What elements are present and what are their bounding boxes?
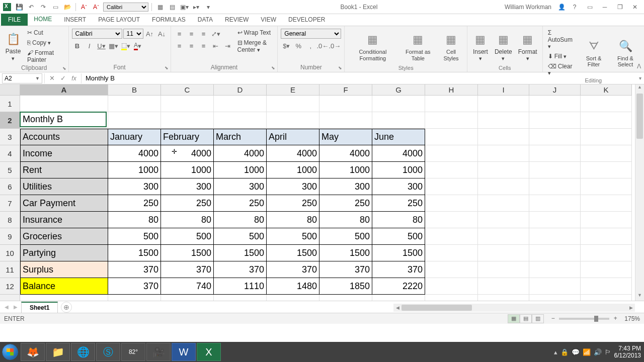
cell-F7[interactable]: 250 xyxy=(319,195,372,212)
merge-center-button[interactable]: ⊟ Merge & Center ▾ xyxy=(235,38,275,54)
cell-I12[interactable] xyxy=(478,278,529,295)
cell-J11[interactable] xyxy=(529,261,581,278)
tab-page-layout[interactable]: PAGE LAYOUT xyxy=(92,14,146,26)
cell-D6[interactable]: 300 xyxy=(214,178,267,195)
cell-D10[interactable]: 1500 xyxy=(214,245,267,261)
cell-F2[interactable] xyxy=(319,112,372,129)
cell-B2[interactable] xyxy=(108,112,161,129)
cell-C9[interactable]: 500 xyxy=(161,228,214,245)
cell-A10[interactable]: Partying xyxy=(20,245,108,261)
column-header-I[interactable]: I xyxy=(478,84,529,96)
cell-A1[interactable] xyxy=(20,96,108,112)
border-button[interactable]: ▦▾ xyxy=(108,40,119,51)
cell-B5[interactable]: 1000 xyxy=(108,162,161,178)
cut-button[interactable]: ✂ Cut xyxy=(25,28,65,37)
cell-C6[interactable]: 300 xyxy=(161,178,214,195)
confirm-edit-icon[interactable]: ✓ xyxy=(58,73,68,83)
tab-insert[interactable]: INSERT xyxy=(58,14,92,26)
tab-view[interactable]: VIEW xyxy=(255,14,282,26)
taskbar-chrome[interactable]: 🌐 xyxy=(71,343,95,361)
cell-G6[interactable]: 300 xyxy=(372,178,425,195)
normal-view-button[interactable]: ▦ xyxy=(508,314,520,323)
user-avatar-icon[interactable]: 👤 xyxy=(556,2,567,12)
number-dialog-launcher-icon[interactable]: ⬊ xyxy=(337,65,343,71)
cell-H13[interactable] xyxy=(425,295,478,301)
grow-font-icon[interactable]: A˄ xyxy=(91,2,101,12)
cell-J4[interactable] xyxy=(529,145,581,162)
zoom-slider[interactable] xyxy=(559,318,609,320)
increase-decimal-button[interactable]: .0← xyxy=(317,40,328,51)
cell-E5[interactable]: 1000 xyxy=(267,162,319,178)
freeze-panes-icon[interactable]: ▦ xyxy=(155,2,165,12)
select-all-cell[interactable] xyxy=(0,84,20,96)
cell-E8[interactable]: 80 xyxy=(267,212,319,228)
cell-E11[interactable]: 370 xyxy=(267,261,319,278)
cell-F8[interactable]: 80 xyxy=(319,212,372,228)
cell-B9[interactable]: 500 xyxy=(108,228,161,245)
zoom-out-button[interactable]: − xyxy=(549,315,557,323)
new-sheet-button[interactable]: ⊕ xyxy=(61,302,72,313)
font-name-select[interactable]: Calibri xyxy=(72,29,122,39)
shrink-font-icon[interactable]: A˅ xyxy=(79,2,89,12)
cell-J8[interactable] xyxy=(529,212,581,228)
cell-A9[interactable]: Groceries xyxy=(20,228,108,245)
cell-J3[interactable] xyxy=(529,129,581,145)
taskbar-firefox[interactable]: 🦊 xyxy=(21,343,45,361)
cell-C5[interactable]: 1000 xyxy=(161,162,214,178)
restore-icon[interactable]: ❐ xyxy=(613,2,627,12)
shrink-font-button[interactable]: A↓ xyxy=(156,28,168,39)
page-layout-view-button[interactable]: ▤ xyxy=(520,314,532,323)
cell-K6[interactable] xyxy=(581,178,632,195)
cell-C10[interactable]: 1500 xyxy=(161,245,214,261)
comma-button[interactable]: , xyxy=(305,40,316,51)
cell-A7[interactable]: Car Payment xyxy=(20,195,108,212)
cell-C8[interactable]: 80 xyxy=(161,212,214,228)
cell-H8[interactable] xyxy=(425,212,478,228)
page-break-view-button[interactable]: ▥ xyxy=(532,314,544,323)
row-header-8[interactable]: 8 xyxy=(0,212,20,228)
fill-color-button[interactable]: ⬚▾ xyxy=(120,40,131,51)
align-bottom-button[interactable]: ≡ xyxy=(198,28,209,39)
cell-F11[interactable]: 370 xyxy=(319,261,372,278)
italic-button[interactable]: I xyxy=(84,40,95,51)
column-header-E[interactable]: E xyxy=(267,84,319,96)
excel-app-icon[interactable] xyxy=(2,2,12,12)
cell-J6[interactable] xyxy=(529,178,581,195)
cell-D2[interactable] xyxy=(214,112,267,129)
clear-button[interactable]: ⌫ Clear ▾ xyxy=(546,62,578,77)
close-icon[interactable]: ✕ xyxy=(628,2,642,12)
cell-E12[interactable]: 1480 xyxy=(267,278,319,295)
cell-I2[interactable] xyxy=(478,112,529,129)
cell-H7[interactable] xyxy=(425,195,478,212)
collapse-ribbon-icon[interactable]: ᐱ xyxy=(637,63,641,70)
cell-I9[interactable] xyxy=(478,228,529,245)
cell-H12[interactable] xyxy=(425,278,478,295)
redo-icon[interactable]: ↷ xyxy=(38,2,48,12)
cell-J5[interactable] xyxy=(529,162,581,178)
cell-K9[interactable] xyxy=(581,228,632,245)
cell-H5[interactable] xyxy=(425,162,478,178)
cell-I7[interactable] xyxy=(478,195,529,212)
cell-A3[interactable]: Accounts xyxy=(20,129,108,145)
open-icon[interactable]: 📂 xyxy=(62,2,72,12)
cell-D9[interactable]: 500 xyxy=(214,228,267,245)
decrease-decimal-button[interactable]: .0→ xyxy=(329,40,340,51)
taskbar-excel[interactable]: X xyxy=(197,343,221,361)
customize-qat-icon[interactable]: ▾ xyxy=(203,2,213,12)
align-top-button[interactable]: ≡ xyxy=(174,28,185,39)
tab-review[interactable]: REVIEW xyxy=(219,14,255,26)
delete-cells-button[interactable]: ▦Delete▾ xyxy=(493,28,514,65)
row-header-7[interactable]: 7 xyxy=(0,195,20,212)
cell-I1[interactable] xyxy=(478,96,529,112)
cell-E10[interactable]: 1500 xyxy=(267,245,319,261)
macros-icon[interactable]: ▸▾ xyxy=(191,2,201,12)
cell-A13[interactable] xyxy=(20,295,108,301)
cell-C12[interactable]: 740 xyxy=(161,278,214,295)
minimize-icon[interactable]: ─ xyxy=(598,2,612,12)
cell-K7[interactable] xyxy=(581,195,632,212)
cell-I5[interactable] xyxy=(478,162,529,178)
tray-icon[interactable]: 💬 xyxy=(572,348,580,356)
cell-I10[interactable] xyxy=(478,245,529,261)
cell-C4[interactable]: 4000 xyxy=(161,145,214,162)
row-header-3[interactable]: 3 xyxy=(0,129,20,145)
